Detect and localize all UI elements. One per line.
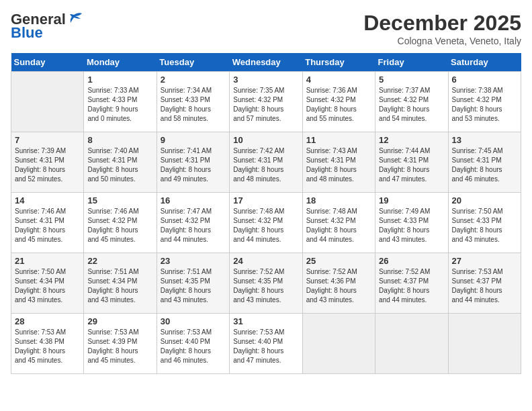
day-header-wednesday: Wednesday bbox=[230, 53, 302, 72]
calendar-cell: 13Sunrise: 7:45 AMSunset: 4:31 PMDayligh… bbox=[448, 132, 521, 193]
title-block: December 2025 Cologna Veneta, Veneto, It… bbox=[363, 11, 521, 46]
day-number: 25 bbox=[306, 256, 371, 266]
cell-info: Sunrise: 7:40 AMSunset: 4:31 PMDaylight:… bbox=[87, 146, 152, 184]
cell-info: Sunrise: 7:51 AMSunset: 4:34 PMDaylight:… bbox=[87, 267, 152, 305]
week-row-5: 28Sunrise: 7:53 AMSunset: 4:38 PMDayligh… bbox=[11, 314, 521, 374]
day-header-saturday: Saturday bbox=[448, 53, 521, 72]
calendar-cell: 29Sunrise: 7:53 AMSunset: 4:39 PMDayligh… bbox=[84, 314, 157, 374]
cell-info: Sunrise: 7:42 AMSunset: 4:31 PMDaylight:… bbox=[233, 146, 298, 184]
cell-info: Sunrise: 7:53 AMSunset: 4:37 PMDaylight:… bbox=[452, 267, 517, 305]
calendar-header-row: SundayMondayTuesdayWednesdayThursdayFrid… bbox=[11, 53, 521, 72]
cell-info: Sunrise: 7:33 AMSunset: 4:33 PMDaylight:… bbox=[87, 86, 152, 124]
calendar-cell: 17Sunrise: 7:48 AMSunset: 4:32 PMDayligh… bbox=[230, 193, 302, 253]
calendar-cell: 2Sunrise: 7:34 AMSunset: 4:33 PMDaylight… bbox=[157, 72, 229, 132]
cell-info: Sunrise: 7:48 AMSunset: 4:32 PMDaylight:… bbox=[306, 207, 371, 244]
week-row-2: 7Sunrise: 7:39 AMSunset: 4:31 PMDaylight… bbox=[11, 132, 521, 193]
day-number: 26 bbox=[379, 256, 444, 266]
day-number: 13 bbox=[452, 135, 517, 145]
week-row-4: 21Sunrise: 7:50 AMSunset: 4:34 PMDayligh… bbox=[11, 253, 521, 314]
cell-info: Sunrise: 7:43 AMSunset: 4:31 PMDaylight:… bbox=[306, 146, 371, 184]
calendar-cell: 10Sunrise: 7:42 AMSunset: 4:31 PMDayligh… bbox=[230, 132, 302, 193]
day-number: 19 bbox=[379, 195, 444, 205]
day-header-sunday: Sunday bbox=[11, 53, 84, 72]
cell-info: Sunrise: 7:52 AMSunset: 4:37 PMDaylight:… bbox=[379, 267, 444, 305]
day-number: 22 bbox=[87, 256, 152, 266]
cell-info: Sunrise: 7:46 AMSunset: 4:31 PMDaylight:… bbox=[15, 207, 80, 244]
cell-info: Sunrise: 7:36 AMSunset: 4:32 PMDaylight:… bbox=[306, 86, 371, 124]
day-number: 2 bbox=[161, 75, 226, 85]
calendar-cell: 31Sunrise: 7:53 AMSunset: 4:40 PMDayligh… bbox=[230, 314, 302, 374]
calendar-cell: 6Sunrise: 7:38 AMSunset: 4:32 PMDaylight… bbox=[448, 72, 521, 132]
cell-info: Sunrise: 7:52 AMSunset: 4:36 PMDaylight:… bbox=[306, 267, 371, 305]
day-number: 9 bbox=[161, 135, 226, 145]
day-number: 7 bbox=[15, 135, 80, 145]
day-number: 31 bbox=[233, 316, 298, 326]
calendar-cell bbox=[11, 72, 84, 132]
calendar-cell: 15Sunrise: 7:46 AMSunset: 4:32 PMDayligh… bbox=[84, 193, 157, 253]
calendar-cell: 22Sunrise: 7:51 AMSunset: 4:34 PMDayligh… bbox=[84, 253, 157, 314]
logo-blue-text: Blue bbox=[11, 24, 43, 42]
calendar-cell: 20Sunrise: 7:50 AMSunset: 4:33 PMDayligh… bbox=[448, 193, 521, 253]
cell-info: Sunrise: 7:50 AMSunset: 4:34 PMDaylight:… bbox=[15, 267, 80, 305]
calendar-cell: 12Sunrise: 7:44 AMSunset: 4:31 PMDayligh… bbox=[375, 132, 448, 193]
day-number: 27 bbox=[452, 256, 517, 266]
cell-info: Sunrise: 7:38 AMSunset: 4:32 PMDaylight:… bbox=[452, 86, 517, 124]
calendar-cell bbox=[448, 314, 521, 374]
day-number: 17 bbox=[233, 195, 298, 205]
day-number: 24 bbox=[233, 256, 298, 266]
day-number: 3 bbox=[233, 75, 298, 85]
cell-info: Sunrise: 7:44 AMSunset: 4:31 PMDaylight:… bbox=[379, 146, 444, 184]
week-row-1: 1Sunrise: 7:33 AMSunset: 4:33 PMDaylight… bbox=[11, 72, 521, 132]
calendar-cell: 4Sunrise: 7:36 AMSunset: 4:32 PMDaylight… bbox=[302, 72, 375, 132]
calendar-cell: 5Sunrise: 7:37 AMSunset: 4:32 PMDaylight… bbox=[375, 72, 448, 132]
day-number: 30 bbox=[161, 316, 226, 326]
day-number: 14 bbox=[15, 195, 80, 205]
day-number: 18 bbox=[306, 195, 371, 205]
calendar-cell: 14Sunrise: 7:46 AMSunset: 4:31 PMDayligh… bbox=[11, 193, 84, 253]
cell-info: Sunrise: 7:45 AMSunset: 4:31 PMDaylight:… bbox=[452, 146, 517, 184]
day-number: 29 bbox=[87, 316, 152, 326]
calendar-cell: 8Sunrise: 7:40 AMSunset: 4:31 PMDaylight… bbox=[84, 132, 157, 193]
day-header-thursday: Thursday bbox=[302, 53, 375, 72]
day-header-friday: Friday bbox=[375, 53, 448, 72]
calendar-cell: 1Sunrise: 7:33 AMSunset: 4:33 PMDaylight… bbox=[84, 72, 157, 132]
cell-info: Sunrise: 7:34 AMSunset: 4:33 PMDaylight:… bbox=[161, 86, 226, 124]
cell-info: Sunrise: 7:53 AMSunset: 4:40 PMDaylight:… bbox=[161, 328, 226, 365]
cell-info: Sunrise: 7:35 AMSunset: 4:32 PMDaylight:… bbox=[233, 86, 298, 124]
week-row-3: 14Sunrise: 7:46 AMSunset: 4:31 PMDayligh… bbox=[11, 193, 521, 253]
calendar-cell: 16Sunrise: 7:47 AMSunset: 4:32 PMDayligh… bbox=[157, 193, 229, 253]
day-number: 28 bbox=[15, 316, 80, 326]
calendar-cell: 26Sunrise: 7:52 AMSunset: 4:37 PMDayligh… bbox=[375, 253, 448, 314]
calendar-cell: 19Sunrise: 7:49 AMSunset: 4:33 PMDayligh… bbox=[375, 193, 448, 253]
calendar-cell: 21Sunrise: 7:50 AMSunset: 4:34 PMDayligh… bbox=[11, 253, 84, 314]
day-number: 20 bbox=[452, 195, 517, 205]
location-subtitle: Cologna Veneta, Veneto, Italy bbox=[363, 36, 521, 46]
calendar-cell: 11Sunrise: 7:43 AMSunset: 4:31 PMDayligh… bbox=[302, 132, 375, 193]
calendar-cell: 23Sunrise: 7:51 AMSunset: 4:35 PMDayligh… bbox=[157, 253, 229, 314]
calendar-cell: 24Sunrise: 7:52 AMSunset: 4:35 PMDayligh… bbox=[230, 253, 302, 314]
cell-info: Sunrise: 7:48 AMSunset: 4:32 PMDaylight:… bbox=[233, 207, 298, 244]
calendar-cell: 3Sunrise: 7:35 AMSunset: 4:32 PMDaylight… bbox=[230, 72, 302, 132]
logo: General Blue bbox=[11, 11, 83, 42]
day-number: 16 bbox=[161, 195, 226, 205]
cell-info: Sunrise: 7:49 AMSunset: 4:33 PMDaylight:… bbox=[379, 207, 444, 244]
cell-info: Sunrise: 7:53 AMSunset: 4:39 PMDaylight:… bbox=[87, 328, 152, 365]
calendar-cell: 7Sunrise: 7:39 AMSunset: 4:31 PMDaylight… bbox=[11, 132, 84, 193]
cell-info: Sunrise: 7:50 AMSunset: 4:33 PMDaylight:… bbox=[452, 207, 517, 244]
day-number: 15 bbox=[87, 195, 152, 205]
day-number: 8 bbox=[87, 135, 152, 145]
calendar-table: SundayMondayTuesdayWednesdayThursdayFrid… bbox=[11, 53, 521, 374]
cell-info: Sunrise: 7:53 AMSunset: 4:40 PMDaylight:… bbox=[233, 328, 298, 365]
calendar-cell: 27Sunrise: 7:53 AMSunset: 4:37 PMDayligh… bbox=[448, 253, 521, 314]
cell-info: Sunrise: 7:47 AMSunset: 4:32 PMDaylight:… bbox=[161, 207, 226, 244]
calendar-cell: 9Sunrise: 7:41 AMSunset: 4:31 PMDaylight… bbox=[157, 132, 229, 193]
cell-info: Sunrise: 7:41 AMSunset: 4:31 PMDaylight:… bbox=[161, 146, 226, 184]
day-number: 12 bbox=[379, 135, 444, 145]
calendar-cell: 28Sunrise: 7:53 AMSunset: 4:38 PMDayligh… bbox=[11, 314, 84, 374]
cell-info: Sunrise: 7:51 AMSunset: 4:35 PMDaylight:… bbox=[161, 267, 226, 305]
day-number: 1 bbox=[87, 75, 152, 85]
day-number: 10 bbox=[233, 135, 298, 145]
calendar-cell: 18Sunrise: 7:48 AMSunset: 4:32 PMDayligh… bbox=[302, 193, 375, 253]
calendar-cell bbox=[302, 314, 375, 374]
page-header: General Blue December 2025 Cologna Venet… bbox=[11, 11, 521, 46]
